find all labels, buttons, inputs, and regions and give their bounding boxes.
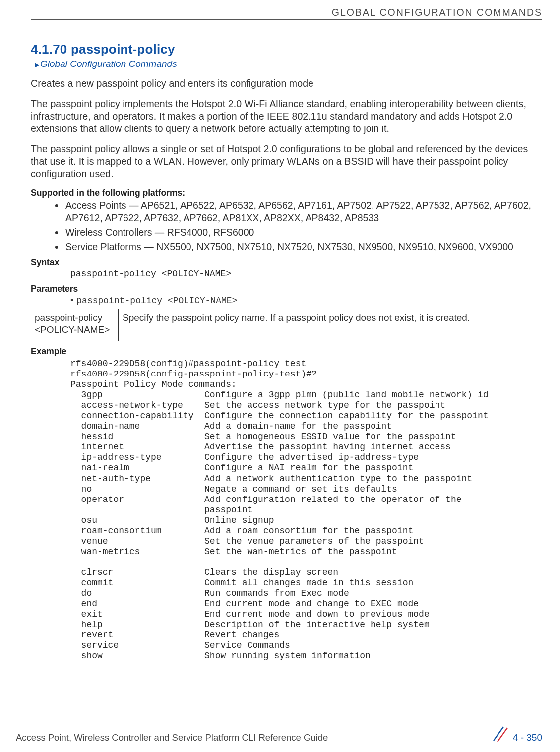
svg-line-0	[494, 727, 503, 741]
param-desc: Specify the passpoint policy name. If a …	[119, 309, 543, 341]
param-key: passpoint-policy <POLICY-NAME>	[31, 309, 119, 341]
syntax-heading: Syntax	[31, 257, 542, 268]
header-rule	[31, 19, 542, 20]
page-footer: Access Point, Wireless Controller and Se…	[16, 724, 542, 743]
parameters-table: passpoint-policy <POLICY-NAME> Specify t…	[31, 309, 542, 341]
breadcrumb-text: Global Configuration Commands	[40, 59, 177, 69]
example-heading: Example	[31, 346, 542, 357]
list-item: Access Points — AP6521, AP6522, AP6532, …	[64, 199, 542, 224]
parameters-bullet: •passpoint-policy <POLICY-NAME>	[70, 295, 542, 306]
page-number: 4 - 350	[513, 732, 542, 743]
parameters-bullet-text: passpoint-policy <POLICY-NAME>	[76, 296, 237, 306]
paragraph-body-1: The passpoint policy implements the Hots…	[31, 98, 542, 135]
running-title: GLOBAL CONFIGURATION COMMANDS	[31, 7, 542, 18]
section-title: 4.1.70 passpoint-policy	[31, 42, 542, 57]
supported-heading: Supported in the following platforms:	[31, 188, 542, 198]
footer-title: Access Point, Wireless Controller and Se…	[16, 732, 328, 743]
svg-line-1	[498, 728, 507, 742]
list-item: Wireless Controllers — RFS4000, RFS6000	[64, 226, 542, 239]
breadcrumb-arrow-icon: ▶	[35, 62, 39, 68]
breadcrumb[interactable]: ▶Global Configuration Commands	[35, 59, 542, 69]
parameters-heading: Parameters	[31, 284, 542, 294]
footer-right: 4 - 350	[491, 724, 542, 743]
footer-slash-icon	[491, 726, 510, 743]
example-block: rfs4000-229D58(config)#passpoint-policy …	[70, 359, 542, 661]
table-row: passpoint-policy <POLICY-NAME> Specify t…	[31, 309, 542, 341]
paragraph-body-2: The passpoint policy allows a single or …	[31, 143, 542, 180]
list-item: Service Platforms — NX5500, NX7500, NX75…	[64, 241, 542, 253]
syntax-line: passpoint-policy <POLICY-NAME>	[70, 269, 542, 279]
paragraph-intro: Creates a new passpoint policy and enter…	[31, 77, 542, 90]
supported-list: Access Points — AP6521, AP6522, AP6532, …	[31, 199, 542, 253]
